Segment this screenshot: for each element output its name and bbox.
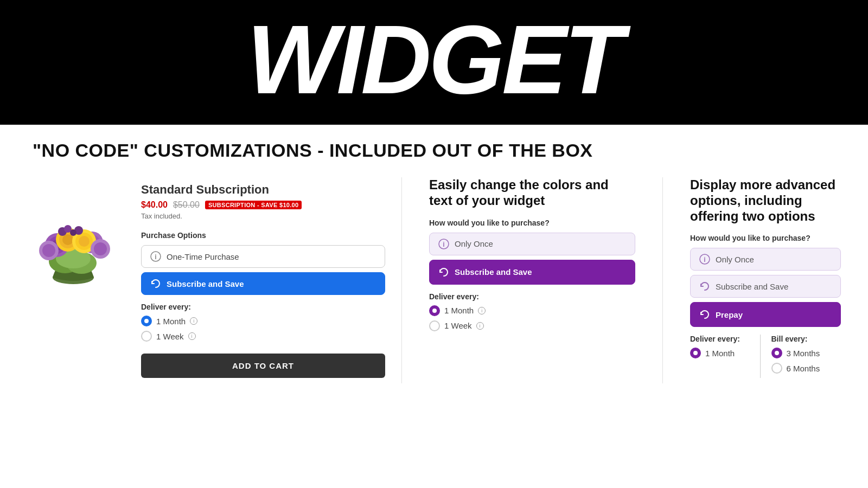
col2-radio-week[interactable]: 1 Week i — [429, 320, 635, 331]
col2-month-label: 1 Month — [444, 306, 474, 315]
price-new: $40.00 — [141, 200, 168, 210]
col3-bill-label: Bill every: — [771, 335, 841, 343]
purchase-options-label: Purchase Options — [141, 231, 385, 240]
svg-point-17 — [42, 244, 55, 257]
svg-text:i: i — [155, 253, 156, 261]
col3-bill-6m-label: 6 Months — [787, 364, 820, 373]
info-icon: i — [150, 251, 161, 262]
col2-info-dot-month: i — [478, 307, 486, 314]
col2-subscribe-label: Subscribe and Save — [455, 267, 532, 277]
price-row: $40.00 $50.00 SUBSCRIPTION - SAVE $10.00 — [141, 200, 385, 210]
svg-point-15 — [79, 236, 90, 247]
svg-point-12 — [62, 234, 73, 245]
col3-bill-6m-radio[interactable] — [771, 363, 782, 374]
subtitle-bar: "NO CODE" CUSTOMIZATIONS - INCLUDED OUT … — [0, 125, 868, 166]
subscribe-label: Subscribe and Save — [167, 279, 244, 288]
tax-label: Tax included. — [141, 212, 385, 220]
info-dot-month: i — [190, 317, 197, 325]
col3-only-once-label: Only Once — [716, 255, 754, 264]
hero-section: WIDGET — [0, 0, 868, 125]
option-week-label: 1 Week — [156, 332, 184, 341]
product-image — [16, 183, 130, 293]
deliver-label: Deliver every: — [141, 303, 385, 311]
col2-radio-week-circle[interactable] — [429, 320, 440, 331]
col2-purchase-question: How would you like to purchase? — [429, 219, 635, 227]
subscribe-save-btn[interactable]: Subscribe and Save — [141, 272, 385, 295]
col3-info-icon: i — [699, 254, 710, 265]
col3-prepay-icon — [699, 309, 710, 320]
svg-text:i: i — [704, 256, 705, 264]
divider-2 — [662, 177, 663, 383]
col2-refresh-icon — [438, 267, 449, 278]
col3-subscribe-btn[interactable]: Subscribe and Save — [690, 275, 841, 298]
col2-heading: Easily change the colors and text of you… — [429, 177, 635, 209]
subtitle-heading: "NO CODE" CUSTOMIZATIONS - INCLUDED OUT … — [33, 140, 835, 161]
one-time-label: One-Time Purchase — [167, 252, 239, 261]
col3-bill-6months[interactable]: 6 Months — [771, 363, 841, 374]
info-dot-week: i — [188, 332, 196, 340]
col3-deliver-month-label: 1 Month — [705, 349, 735, 358]
col2-deliver-label: Deliver every: — [429, 292, 635, 301]
radio-row-month[interactable]: 1 Month i — [141, 316, 385, 326]
option-month-label: 1 Month — [156, 317, 186, 326]
product-widget: Standard Subscription $40.00 $50.00 SUBS… — [141, 177, 385, 383]
col3-only-once-btn[interactable]: i Only Once — [690, 248, 841, 271]
col3-deliver-radio[interactable] — [690, 348, 701, 358]
col3-deliver-label: Deliver every: — [690, 335, 760, 343]
svg-point-23 — [70, 229, 76, 236]
main-content: Standard Subscription $40.00 $50.00 SUBS… — [0, 166, 868, 400]
col3-refresh-icon — [699, 281, 710, 292]
product-title: Standard Subscription — [141, 183, 385, 197]
col2-week-label: 1 Week — [444, 321, 472, 330]
price-old: $50.00 — [173, 200, 200, 210]
col3-purchase-question: How would you like to purchase? — [690, 234, 841, 242]
add-to-cart-button[interactable]: ADD TO CART — [141, 354, 385, 378]
col2-info-dot-week: i — [476, 322, 484, 330]
col2-only-once-btn[interactable]: i Only Once — [429, 233, 635, 255]
col3-deliver-month[interactable]: 1 Month — [690, 348, 760, 358]
subscription-badge: SUBSCRIPTION - SAVE $10.00 — [205, 201, 302, 209]
deliver-col: Deliver every: 1 Month — [690, 335, 760, 378]
col2-only-once-label: Only Once — [455, 239, 493, 248]
divider-1 — [401, 177, 402, 383]
col2-info-icon: i — [438, 239, 449, 249]
radio-month[interactable] — [141, 316, 152, 326]
col3-heading: Display more advanced options, including… — [690, 177, 841, 224]
col2-radio-month[interactable]: 1 Month i — [429, 305, 635, 316]
radio-week[interactable] — [141, 331, 152, 342]
col3-bill-3months[interactable]: 3 Months — [771, 348, 841, 358]
refresh-icon — [150, 278, 161, 289]
col2-subscribe-btn[interactable]: Subscribe and Save — [429, 260, 635, 285]
hero-title: WIDGET — [0, 11, 868, 108]
col3-bill-3m-radio[interactable] — [771, 348, 782, 358]
col-advanced: Display more advanced options, including… — [679, 177, 852, 383]
col3-bill-3m-label: 3 Months — [787, 349, 820, 358]
col3-prepay-btn[interactable]: Prepay — [690, 302, 841, 327]
svg-text:i: i — [443, 241, 444, 248]
col3-prepay-label: Prepay — [716, 310, 743, 319]
col2-deliver-section: Deliver every: 1 Month i 1 Week i — [429, 292, 635, 331]
one-time-purchase-btn[interactable]: i One-Time Purchase — [141, 245, 385, 268]
col-colors: Easily change the colors and text of you… — [418, 177, 646, 383]
col-product: Standard Subscription $40.00 $50.00 SUBS… — [16, 177, 385, 383]
col3-subscribe-label: Subscribe and Save — [716, 282, 788, 291]
col2-radio-month-circle[interactable] — [429, 305, 440, 316]
bill-col: Bill every: 3 Months 6 Months — [760, 335, 841, 378]
svg-point-19 — [94, 242, 107, 255]
col3-deliver-bill: Deliver every: 1 Month Bill every: 3 Mon… — [690, 335, 841, 378]
radio-row-week[interactable]: 1 Week i — [141, 331, 385, 342]
